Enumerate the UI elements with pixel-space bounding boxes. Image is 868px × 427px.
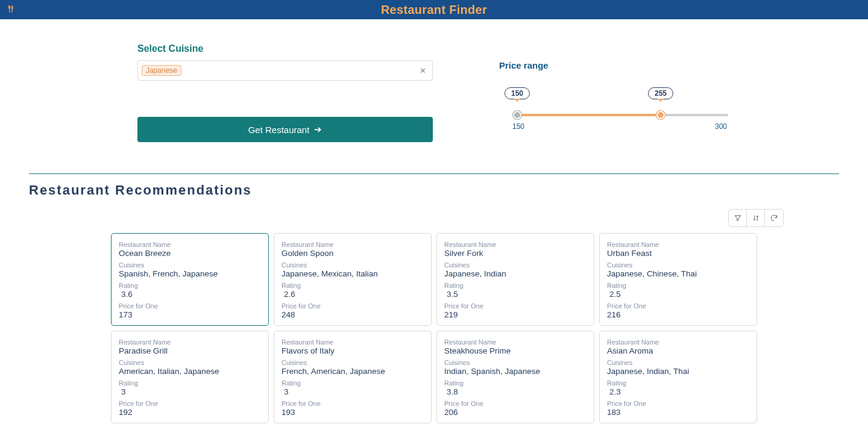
restaurant-name: Golden Spoon bbox=[281, 249, 424, 258]
field-label-cuisines: Cuisines bbox=[444, 261, 587, 269]
field-label-name: Restaurant Name bbox=[444, 338, 587, 346]
restaurant-name: Silver Fork bbox=[444, 249, 587, 258]
field-label-cuisines: Cuisines bbox=[607, 359, 749, 366]
field-label-price: Price for One bbox=[444, 400, 587, 407]
field-label-rating: Rating bbox=[281, 282, 424, 289]
field-label-name: Restaurant Name bbox=[119, 338, 261, 346]
field-label-rating: Rating bbox=[119, 282, 261, 289]
recommendations-heading: Restaurant Recommendations bbox=[29, 182, 839, 198]
cuisine-label: Select Cuisine bbox=[137, 43, 433, 54]
field-label-name: Restaurant Name bbox=[444, 241, 587, 248]
refresh-icon bbox=[770, 214, 778, 222]
slider-min-label: 150 bbox=[512, 122, 524, 131]
restaurant-card[interactable]: Restaurant NameParadise GrillCuisinesAme… bbox=[111, 331, 269, 423]
restaurant-price: 192 bbox=[119, 408, 261, 417]
sort-icon bbox=[752, 214, 760, 222]
restaurant-cuisines: American, Italian, Japanese bbox=[119, 367, 261, 376]
field-label-rating: Rating bbox=[607, 379, 749, 387]
filter-icon bbox=[734, 214, 742, 222]
field-label-rating: Rating bbox=[444, 379, 587, 387]
slider-max-label: 300 bbox=[715, 122, 727, 131]
field-label-price: Price for One bbox=[119, 302, 261, 310]
restaurant-price: 183 bbox=[607, 408, 749, 417]
field-label-price: Price for One bbox=[607, 302, 749, 310]
restaurant-price: 216 bbox=[607, 310, 749, 319]
restaurant-card[interactable]: Restaurant NameGolden SpoonCuisinesJapan… bbox=[274, 233, 432, 326]
field-label-cuisines: Cuisines bbox=[444, 359, 587, 366]
restaurant-card[interactable]: Restaurant NameAsian AromaCuisinesJapane… bbox=[599, 331, 757, 423]
restaurant-rating: 3 bbox=[281, 387, 424, 396]
slider-handle-high[interactable] bbox=[656, 111, 665, 119]
restaurant-price: 173 bbox=[119, 310, 261, 319]
restaurant-cuisines: Japanese, Mexican, Italian bbox=[281, 269, 424, 278]
restaurant-card[interactable]: Restaurant NameOcean BreezeCuisinesSpani… bbox=[111, 233, 269, 326]
section-divider bbox=[29, 173, 839, 174]
restaurant-name: Urban Feast bbox=[607, 249, 749, 258]
restaurant-cuisines: Japanese, Indian bbox=[444, 269, 587, 278]
restaurant-cuisines: French, American, Japanese bbox=[281, 367, 424, 376]
field-label-price: Price for One bbox=[444, 302, 587, 310]
field-label-name: Restaurant Name bbox=[119, 241, 261, 248]
restaurant-price: 248 bbox=[281, 310, 424, 319]
field-label-name: Restaurant Name bbox=[607, 241, 749, 248]
field-label-name: Restaurant Name bbox=[607, 338, 749, 346]
restaurant-grid: Restaurant NameOcean BreezeCuisinesSpani… bbox=[29, 233, 839, 423]
restaurant-card[interactable]: Restaurant NameFlavors of ItalyCuisinesF… bbox=[274, 331, 432, 423]
restaurant-rating: 2.6 bbox=[281, 290, 424, 299]
restaurant-price: 219 bbox=[444, 310, 587, 319]
app-title: Restaurant Finder bbox=[381, 3, 487, 17]
field-label-price: Price for One bbox=[281, 400, 424, 407]
restaurant-rating: 3.6 bbox=[119, 290, 261, 299]
utensils-icon bbox=[6, 5, 14, 15]
field-label-price: Price for One bbox=[607, 400, 749, 407]
field-label-name: Restaurant Name bbox=[281, 241, 424, 248]
restaurant-cuisines: Japanese, Indian, Thai bbox=[607, 367, 749, 376]
restaurant-name: Paradise Grill bbox=[119, 346, 261, 355]
restaurant-card[interactable]: Restaurant NameSteakhouse PrimeCuisinesI… bbox=[436, 331, 594, 423]
field-label-cuisines: Cuisines bbox=[119, 359, 261, 366]
slider-high-tooltip: 255 bbox=[648, 87, 673, 99]
field-label-cuisines: Cuisines bbox=[281, 261, 424, 269]
list-toolbar bbox=[728, 209, 784, 227]
field-label-rating: Rating bbox=[607, 282, 749, 289]
restaurant-price: 193 bbox=[281, 408, 424, 417]
app-header: Restaurant Finder bbox=[0, 0, 868, 19]
field-label-rating: Rating bbox=[281, 379, 424, 387]
slider-fill bbox=[517, 114, 661, 116]
restaurant-cuisines: Japanese, Chinese, Thai bbox=[607, 269, 749, 278]
cuisine-select[interactable]: Japanese ✕ bbox=[137, 60, 433, 81]
field-label-rating: Rating bbox=[119, 379, 261, 387]
restaurant-rating: 3.8 bbox=[444, 387, 587, 396]
sort-button[interactable] bbox=[747, 210, 765, 226]
restaurant-card[interactable]: Restaurant NameUrban FeastCuisinesJapane… bbox=[599, 233, 757, 326]
refresh-button[interactable] bbox=[765, 210, 783, 226]
restaurant-rating: 2.5 bbox=[607, 290, 749, 299]
price-range-label: Price range bbox=[499, 60, 728, 70]
clear-icon[interactable]: ✕ bbox=[420, 66, 426, 75]
field-label-cuisines: Cuisines bbox=[607, 261, 749, 269]
slider-handle-low[interactable] bbox=[513, 111, 521, 119]
slider-low-tooltip: 150 bbox=[505, 87, 530, 99]
field-label-rating: Rating bbox=[444, 282, 587, 289]
field-label-cuisines: Cuisines bbox=[281, 359, 424, 366]
restaurant-cuisines: Spanish, French, Japanese bbox=[119, 269, 261, 278]
filter-button[interactable] bbox=[729, 210, 747, 226]
restaurant-name: Ocean Breeze bbox=[119, 249, 261, 258]
cuisine-chip[interactable]: Japanese bbox=[142, 65, 181, 76]
field-label-cuisines: Cuisines bbox=[119, 261, 261, 269]
restaurant-cuisines: Indian, Spanish, Japanese bbox=[444, 367, 587, 376]
restaurant-rating: 2.3 bbox=[607, 387, 749, 396]
get-restaurant-button[interactable]: Get Restaurant ➔ bbox=[137, 117, 433, 142]
restaurant-price: 206 bbox=[444, 408, 587, 417]
price-slider[interactable]: 150 255 150 300 bbox=[499, 87, 728, 129]
restaurant-rating: 3 bbox=[119, 387, 261, 396]
restaurant-name: Steakhouse Prime bbox=[444, 346, 587, 355]
field-label-name: Restaurant Name bbox=[281, 338, 424, 346]
restaurant-rating: 3.5 bbox=[444, 290, 587, 299]
arrow-right-icon: ➔ bbox=[314, 124, 322, 135]
restaurant-name: Asian Aroma bbox=[607, 346, 749, 355]
field-label-price: Price for One bbox=[119, 400, 261, 407]
restaurant-name: Flavors of Italy bbox=[281, 346, 424, 355]
restaurant-card[interactable]: Restaurant NameSilver ForkCuisinesJapane… bbox=[436, 233, 594, 326]
field-label-price: Price for One bbox=[281, 302, 424, 310]
